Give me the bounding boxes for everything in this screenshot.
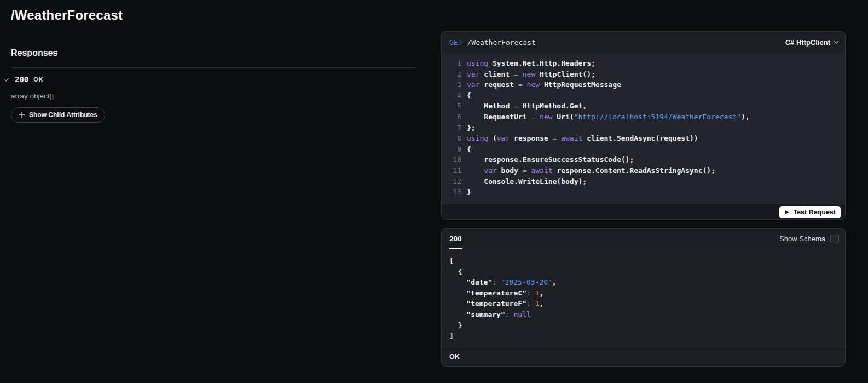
- code-token: =: [514, 70, 518, 78]
- show-child-attributes-label: Show Child Attributes: [29, 111, 97, 119]
- endpoint-details-column: /WeatherForecast Responses 200 OK array …: [11, 0, 415, 123]
- code-token: request: [479, 80, 518, 89]
- code-block: 1using System.Net.Http.Headers;2var clie…: [442, 53, 845, 204]
- code-line: 13}: [448, 187, 837, 198]
- page-title: /WeatherForecast: [11, 8, 415, 23]
- code-token: [518, 70, 523, 78]
- code-token: await: [561, 134, 582, 142]
- code-token: [449, 278, 466, 286]
- code-token: response.Content.ReadAsStringAsync();: [553, 166, 715, 175]
- code-token: null: [513, 310, 530, 318]
- client-language-selector[interactable]: C# HttpClient: [785, 38, 840, 47]
- response-status-label: OK: [33, 76, 43, 83]
- code-token: Method: [467, 102, 514, 110]
- code-token: [467, 166, 484, 175]
- code-token: "http://localhost:5194/WeatherForecast": [574, 113, 741, 121]
- show-schema-checkbox[interactable]: [830, 235, 839, 243]
- code-line: 3var request = new HttpRequestMessage: [448, 79, 837, 90]
- code-token: [449, 299, 466, 307]
- show-child-attributes-button[interactable]: Show Child Attributes: [11, 107, 105, 123]
- code-token: [: [449, 257, 454, 265]
- code-token: :: [505, 310, 514, 318]
- code-token: [449, 289, 466, 297]
- response-example-panel: 200 Show Schema [ { "date": "2025-03-20"…: [441, 228, 846, 367]
- code-token: ]: [449, 332, 454, 340]
- code-token: {: [467, 91, 471, 100]
- code-line: 7};: [448, 123, 837, 134]
- code-token: response: [510, 134, 552, 142]
- line-number: 8: [448, 133, 461, 144]
- json-line: {: [449, 266, 837, 277]
- request-example-panel: GET /WeatherForecast C# HttpClient 1usin…: [441, 31, 846, 220]
- code-token: [535, 113, 540, 121]
- line-number: 13: [448, 187, 461, 198]
- code-token: ,: [552, 278, 557, 286]
- code-line: 11 var body = await response.Content.Rea…: [448, 165, 837, 176]
- code-token: Console.WriteLine(body);: [467, 177, 587, 185]
- response-type-label: array object[]: [11, 92, 415, 100]
- code-line: 8using (var response = await client.Send…: [448, 133, 837, 144]
- code-token: new: [540, 113, 552, 121]
- code-line: 1using System.Net.Http.Headers;: [448, 58, 837, 69]
- json-line: [: [449, 256, 837, 266]
- line-number: 2: [448, 69, 461, 80]
- code-token: ,: [539, 299, 543, 307]
- code-token: "date": [466, 278, 492, 286]
- code-token: ),: [741, 113, 750, 121]
- code-token: [523, 80, 527, 89]
- json-line: ]: [449, 330, 837, 341]
- code-line: 4{: [448, 90, 837, 101]
- line-number: 7: [448, 123, 461, 134]
- code-token: using: [467, 59, 488, 67]
- code-token: [449, 310, 466, 318]
- line-number: 1: [448, 58, 461, 69]
- code-token: :: [492, 278, 501, 286]
- line-number: 6: [448, 112, 461, 123]
- response-200-row[interactable]: 200 OK: [3, 75, 415, 84]
- http-method-badge: GET: [449, 38, 462, 47]
- code-token: await: [531, 166, 552, 175]
- responses-heading: Responses: [11, 48, 415, 58]
- chevron-down-icon: [833, 39, 840, 45]
- response-json: [ { "date": "2025-03-20", "temperatureC"…: [442, 249, 845, 347]
- code-token: :: [526, 299, 535, 307]
- line-number: 10: [448, 154, 461, 165]
- show-schema-label: Show Schema: [779, 235, 825, 243]
- code-line: 10 response.EnsureSuccessStatusCode();: [448, 154, 837, 165]
- json-line: "temperatureC": 1,: [449, 288, 837, 299]
- show-schema-control: Show Schema: [779, 235, 839, 243]
- chevron-down-icon[interactable]: [3, 76, 10, 83]
- test-request-button[interactable]: Test Request: [779, 206, 841, 218]
- code-line: 2var client = new HttpClient();: [448, 69, 837, 80]
- code-token: =: [514, 102, 518, 110]
- code-token: var: [497, 134, 510, 142]
- tab-200[interactable]: 200: [449, 235, 462, 243]
- code-token: System.Net.Http.Headers;: [488, 59, 595, 67]
- code-token: var: [484, 166, 496, 175]
- code-token: :: [526, 289, 535, 297]
- code-token: body: [497, 166, 523, 175]
- code-token: {: [449, 268, 462, 276]
- line-number: 4: [448, 90, 461, 101]
- code-token: "summary": [466, 310, 505, 318]
- code-token: Uri(: [553, 113, 574, 121]
- line-number: 12: [448, 176, 461, 187]
- test-request-label: Test Request: [793, 208, 836, 216]
- code-token: =: [523, 166, 527, 175]
- code-token: {: [467, 145, 471, 153]
- code-token: "2025-03-20": [501, 278, 552, 286]
- line-number: 3: [448, 79, 461, 90]
- code-line: 5 Method = HttpMethod.Get,: [448, 101, 837, 112]
- code-token: new: [527, 80, 540, 89]
- code-token: RequestUri: [467, 113, 531, 121]
- code-token: HttpRequestMessage: [540, 80, 621, 89]
- endpoint-path: /WeatherForecast: [467, 38, 535, 47]
- code-token: }: [449, 321, 462, 329]
- code-token: var: [467, 80, 479, 89]
- line-number: 9: [448, 144, 461, 155]
- code-token: ,: [539, 289, 543, 297]
- json-line: }: [449, 320, 837, 331]
- code-token: response.EnsureSuccessStatusCode();: [467, 155, 634, 164]
- code-token: client: [479, 70, 514, 78]
- code-line: 9{: [448, 144, 837, 155]
